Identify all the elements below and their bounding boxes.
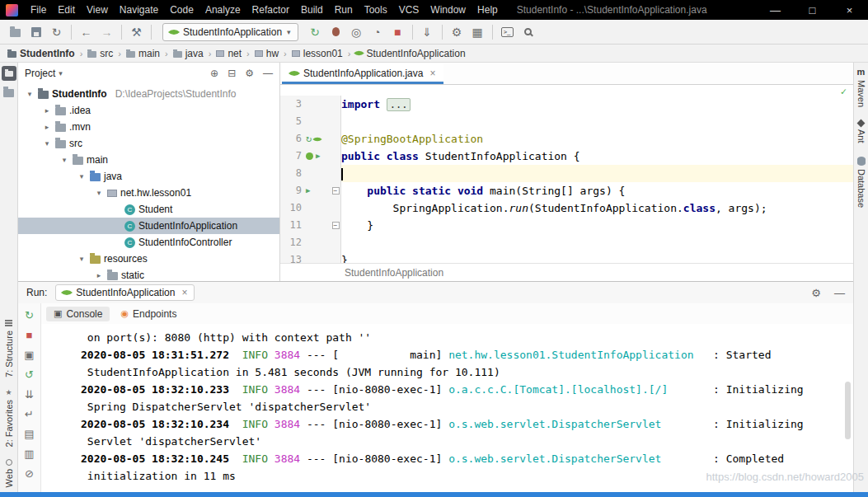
close-button[interactable]: × xyxy=(831,0,868,20)
debug-icon[interactable] xyxy=(326,23,346,41)
code-line[interactable]: 8 xyxy=(280,165,853,182)
stop-icon[interactable]: ■ xyxy=(22,327,37,342)
console-scrollbar[interactable] xyxy=(845,382,851,439)
run-gutter-icon[interactable]: ▶ xyxy=(316,148,320,165)
run-tab[interactable]: StudentInfoApplication × xyxy=(55,284,195,301)
code-line[interactable]: 9▶− public static void main(String[] arg… xyxy=(280,182,853,199)
search-icon[interactable] xyxy=(518,23,538,41)
open-icon[interactable] xyxy=(5,23,26,41)
breadcrumb-item-src[interactable]: src xyxy=(87,48,114,59)
terminal-icon[interactable]: >_ xyxy=(497,23,518,41)
tab-endpoints[interactable]: ◉Endpoints xyxy=(113,307,184,321)
tree-item-resources[interactable]: ▾resources xyxy=(18,251,279,267)
editor-content[interactable]: ✓ 3import ...56↻@SpringBootApplication7▶… xyxy=(280,85,853,263)
save-icon[interactable] xyxy=(26,23,46,41)
sync-icon[interactable]: ↻ xyxy=(46,23,67,41)
console-output[interactable]: on port(s): 8080 (http) with context pat… xyxy=(41,324,853,492)
fold-marker-icon[interactable]: − xyxy=(332,222,340,229)
settings-gear-icon[interactable]: ⚙ xyxy=(245,68,254,79)
settings-gear-icon[interactable]: ⚙ xyxy=(811,287,821,299)
tree-item-src[interactable]: ▾src xyxy=(18,135,279,152)
tree-item-static[interactable]: ▸static xyxy=(18,267,279,281)
breadcrumb-item-hw[interactable]: hw xyxy=(254,48,279,59)
forward-icon[interactable]: → xyxy=(96,23,117,41)
fold-marker-icon[interactable]: − xyxy=(332,187,340,195)
menu-help[interactable]: Help xyxy=(472,0,504,20)
code-line[interactable]: 6↻@SpringBootApplication xyxy=(280,130,853,148)
tool-button-database[interactable]: Database xyxy=(856,157,866,208)
tree-item-studentinfocontroller[interactable]: StudentInfoController xyxy=(18,234,279,251)
code-line[interactable]: 3import ... xyxy=(280,96,853,113)
close-icon[interactable]: × xyxy=(181,287,187,298)
dump-threads-icon[interactable]: ▣ xyxy=(22,347,37,362)
maximize-button[interactable]: □ xyxy=(794,0,831,20)
profiler-icon[interactable]: ◔ xyxy=(367,23,387,41)
soft-wrap-icon[interactable]: ↵ xyxy=(22,406,37,421)
breadcrumb-item-main[interactable]: main xyxy=(125,48,161,59)
menu-vcs[interactable]: VCS xyxy=(393,0,425,20)
run-config-combo[interactable]: StudentInfoApplication▾ xyxy=(162,23,298,41)
project-tool-button[interactable] xyxy=(2,66,16,81)
code-line[interactable]: 13} xyxy=(280,251,853,263)
tool-button-maven[interactable]: mMaven xyxy=(856,67,866,107)
tool-button-ant[interactable]: Ant xyxy=(856,120,866,143)
tool-button-structure[interactable]: 7: Structure xyxy=(4,320,14,377)
stop-icon[interactable]: ■ xyxy=(387,23,408,41)
project-panel-title[interactable]: Project xyxy=(25,68,55,79)
run-gutter-icon[interactable]: ▶ xyxy=(306,182,310,199)
code-line[interactable]: 12 xyxy=(280,234,853,251)
build-icon[interactable]: ⚒ xyxy=(126,23,147,41)
tree-item-net-hw-lesson01[interactable]: ▾net.hw.lesson01 xyxy=(18,185,279,201)
close-icon[interactable]: × xyxy=(429,68,435,79)
code-line[interactable]: 11− } xyxy=(280,217,853,234)
hide-panel-icon[interactable]: — xyxy=(834,287,845,299)
run-icon[interactable]: ↻ xyxy=(305,23,326,41)
menu-edit[interactable]: Edit xyxy=(52,0,81,20)
breadcrumb-item-studentinfoapplication[interactable]: StudentInfoApplication xyxy=(354,48,466,59)
tree-item-java[interactable]: ▾java xyxy=(18,168,279,185)
coverage-icon[interactable]: ◎ xyxy=(346,23,367,41)
breadcrumb-item-net[interactable]: net xyxy=(215,48,242,59)
settings-icon[interactable]: ⚙ xyxy=(447,23,467,41)
breadcrumb-item-lesson01[interactable]: lesson01 xyxy=(291,48,344,59)
menu-window[interactable]: Window xyxy=(425,0,472,20)
inspections-ok-icon[interactable]: ✓ xyxy=(841,86,847,97)
tree-item--mvn[interactable]: ▸.mvn xyxy=(18,119,279,135)
back-icon[interactable]: ← xyxy=(76,23,96,41)
run-gutter-icon[interactable]: ↻ xyxy=(306,130,312,148)
editor-breadcrumb[interactable]: StudentInfoApplication xyxy=(280,263,853,281)
folder-icon[interactable] xyxy=(3,89,14,97)
project-structure-icon[interactable]: ▦ xyxy=(467,23,488,41)
restore-layout-icon[interactable]: ▤ xyxy=(22,426,37,441)
tree-item-main[interactable]: ▾main xyxy=(18,152,279,168)
tool-button-favorites[interactable]: ★2: Favorites xyxy=(4,389,14,447)
menu-file[interactable]: File xyxy=(25,0,52,20)
breadcrumb-item-studentinfo[interactable]: StudentInfo xyxy=(7,48,76,59)
hide-panel-icon[interactable]: — xyxy=(263,68,273,79)
menu-navigate[interactable]: Navigate xyxy=(114,0,164,20)
code-line[interactable]: 7▶public class StudentInfoApplication { xyxy=(280,148,853,165)
locate-file-icon[interactable]: ⊕ xyxy=(210,68,218,79)
spring-bean-icon[interactable] xyxy=(306,152,313,160)
minimize-button[interactable]: — xyxy=(757,0,794,20)
attach-debugger-icon[interactable]: ⇓ xyxy=(417,23,438,41)
tree-item-studentinfoapplication[interactable]: StudentInfoApplication xyxy=(18,218,279,234)
collapse-all-icon[interactable]: ⊟ xyxy=(228,68,236,79)
code-line[interactable]: 10 SpringApplication.run(StudentInfoAppl… xyxy=(280,199,853,217)
restart-icon[interactable]: ↺ xyxy=(22,367,37,382)
breadcrumb-item-java[interactable]: java xyxy=(172,48,204,59)
scroll-to-end-icon[interactable]: ⇊ xyxy=(22,387,37,401)
menu-analyze[interactable]: Analyze xyxy=(199,0,246,20)
menu-tools[interactable]: Tools xyxy=(359,0,393,20)
print-icon[interactable]: ▥ xyxy=(22,446,37,461)
tool-button-web[interactable]: Web xyxy=(4,459,14,487)
menu-run[interactable]: Run xyxy=(329,0,359,20)
menu-view[interactable]: View xyxy=(81,0,114,20)
menu-build[interactable]: Build xyxy=(295,0,329,20)
tree-item--idea[interactable]: ▸.idea xyxy=(18,102,279,119)
clear-all-icon[interactable]: ⊘ xyxy=(22,466,37,481)
rerun-icon[interactable]: ↻ xyxy=(22,307,37,322)
tree-item-student[interactable]: Student xyxy=(18,201,279,218)
tab-console[interactable]: ▣Console xyxy=(46,307,110,321)
editor-tab[interactable]: StudentInfoApplication.java × xyxy=(282,63,443,84)
